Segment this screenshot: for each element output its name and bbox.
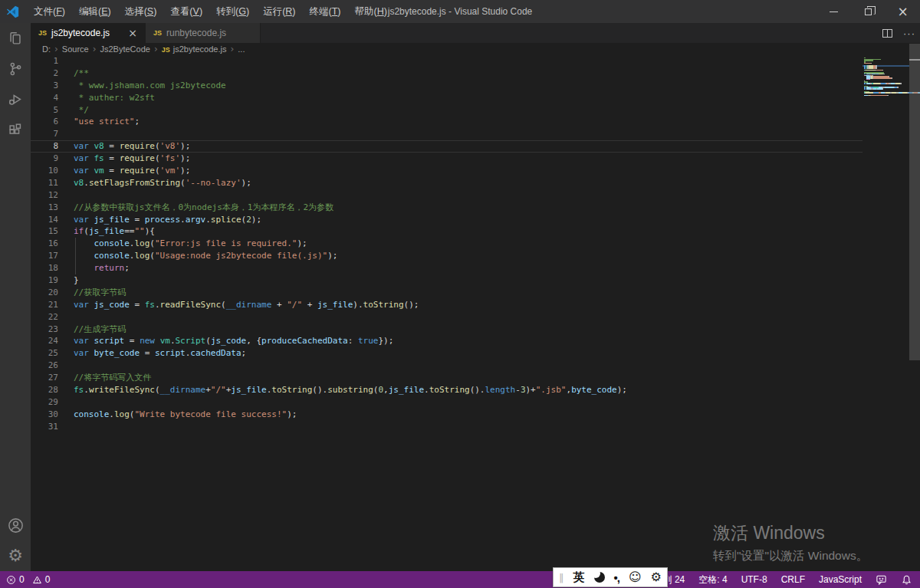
ime-punctuation-button[interactable]: •, [614, 571, 619, 584]
code-line[interactable]: 11v8.setFlagsFromString('--no-lazy'); [31, 177, 863, 189]
line-number[interactable]: 25 [31, 347, 69, 360]
tab-js2bytecode[interactable]: JSjs2bytecode.js× [31, 23, 146, 43]
line-number[interactable]: 31 [31, 421, 69, 433]
editor-scrollbar[interactable] [909, 44, 920, 360]
line-number[interactable]: 18 [31, 262, 69, 274]
notifications-bell-icon[interactable] [901, 574, 912, 586]
problems-status[interactable]: 0 0 [6, 574, 50, 585]
code-line[interactable]: 28fs.writeFileSync(__dirname+"/"+js_file… [31, 384, 863, 396]
code-line[interactable]: 19} [31, 274, 863, 287]
minimap[interactable] [863, 56, 909, 97]
line-number[interactable]: 7 [31, 128, 69, 140]
code-line[interactable]: 7 [31, 128, 863, 140]
menu-go[interactable]: 转到(G) [209, 0, 256, 23]
line-number[interactable]: 24 [31, 335, 69, 347]
line-number[interactable]: 29 [31, 396, 69, 409]
code-line[interactable]: 30console.log("Write bytecode file succe… [31, 409, 863, 421]
line-number[interactable]: 16 [31, 238, 69, 250]
restore-button[interactable] [851, 0, 886, 23]
line-number[interactable]: 20 [31, 287, 69, 299]
line-number[interactable]: 5 [31, 104, 69, 117]
code-line[interactable]: 22 [31, 311, 863, 324]
ime-drag-handle-icon[interactable]: ‖ [559, 572, 564, 583]
breadcrumb-item[interactable]: Js2ByteCode [98, 44, 151, 54]
menu-run[interactable]: 运行(R) [256, 0, 302, 23]
line-number[interactable]: 12 [31, 189, 69, 202]
code-line[interactable]: 20//获取字节码 [31, 287, 863, 299]
feedback-icon[interactable] [876, 574, 887, 586]
code-line[interactable]: 16 console.log("Error:js file is require… [31, 238, 863, 250]
code-line[interactable]: 24var script = new vm.Script(js_code, {p… [31, 335, 863, 347]
line-number[interactable]: 14 [31, 214, 69, 226]
code-line[interactable]: 9var fs = require('fs'); [31, 153, 863, 165]
menu-edit[interactable]: 编辑(E) [72, 0, 118, 23]
code-line[interactable]: 15if(js_file==""){ [31, 225, 863, 238]
explorer-icon[interactable] [0, 23, 31, 54]
line-number[interactable]: 22 [31, 311, 69, 324]
code-line[interactable]: 2/** [31, 67, 863, 80]
code-line[interactable]: 13//从参数中获取js文件名，0为nodejs本身，1为本程序名，2为参数 [31, 202, 863, 214]
code-line[interactable]: 3 * www.jshaman.com js2bytecode [31, 80, 863, 92]
code-line[interactable]: 31 [31, 421, 863, 433]
line-number[interactable]: 17 [31, 250, 69, 262]
run-debug-icon[interactable] [0, 84, 31, 115]
code-line[interactable]: 27//将字节码写入文件 [31, 372, 863, 384]
code-line[interactable]: 14var js_file = process.argv.splice(2); [31, 214, 863, 226]
line-number[interactable]: 2 [31, 67, 69, 80]
code-line[interactable]: 21var js_code = fs.readFileSync(__dirnam… [31, 299, 863, 311]
menu-help[interactable]: 帮助(H) [347, 0, 393, 23]
code-line[interactable]: 26 [31, 360, 863, 372]
more-actions-icon[interactable]: ··· [903, 28, 915, 38]
tab-close-icon[interactable]: × [119, 27, 137, 39]
minimize-button[interactable] [816, 0, 851, 23]
code-line[interactable]: 29 [31, 396, 863, 409]
line-number[interactable]: 13 [31, 202, 69, 214]
ime-fullwidth-moon-icon[interactable] [594, 572, 605, 583]
code-line[interactable]: 8var v8 = require('v8'); [31, 140, 863, 153]
code-line[interactable]: 25var byte_code = script.cachedData; [31, 347, 863, 360]
close-button[interactable]: × [886, 0, 920, 23]
breadcrumb-item[interactable]: D: [41, 44, 52, 54]
line-number[interactable]: 30 [31, 409, 69, 421]
line-number[interactable]: 3 [31, 80, 69, 92]
line-number[interactable]: 27 [31, 372, 69, 384]
code-line[interactable]: 10var vm = require('vm'); [31, 165, 863, 177]
line-number[interactable]: 19 [31, 274, 69, 287]
breadcrumb-item[interactable]: ... [236, 44, 246, 54]
source-control-icon[interactable] [0, 54, 31, 84]
line-number[interactable]: 28 [31, 384, 69, 396]
line-number[interactable]: 6 [31, 116, 69, 128]
code-line[interactable]: 4 * auther: w2sft [31, 92, 863, 104]
line-number[interactable]: 21 [31, 299, 69, 311]
line-number[interactable]: 23 [31, 324, 69, 336]
code-line[interactable]: 6"use strict"; [31, 116, 863, 128]
menu-terminal[interactable]: 终端(T) [303, 0, 348, 23]
code-line[interactable]: 23//生成字节码 [31, 324, 863, 336]
indentation[interactable]: 空格: 4 [698, 573, 727, 586]
ime-language-mode-button[interactable]: 英 [573, 570, 585, 585]
line-number[interactable]: 1 [31, 55, 69, 67]
line-number[interactable]: 15 [31, 225, 69, 238]
breadcrumb-item[interactable]: Source [61, 44, 90, 54]
menu-selection[interactable]: 选择(S) [118, 0, 164, 23]
code-line[interactable]: 12 [31, 189, 863, 202]
code-editor[interactable]: 12/**3 * www.jshaman.com js2bytecode4 * … [31, 55, 920, 571]
code-line[interactable]: 18 return; [31, 262, 863, 274]
breadcrumb-item[interactable]: JSjs2bytecode.js [160, 44, 228, 54]
ime-settings-gear-icon[interactable]: ⚙ [651, 571, 662, 583]
ime-emoji-button[interactable]: ☺ [629, 571, 642, 583]
line-number[interactable]: 26 [31, 360, 69, 372]
code-line[interactable]: 5 */ [31, 104, 863, 117]
line-number[interactable]: 8 [31, 140, 69, 153]
ime-toolbar[interactable]: ‖ 英 •, ☺ ⚙ [553, 567, 668, 587]
code-line[interactable]: 17 console.log("Usage:node js2bytecode f… [31, 250, 863, 262]
line-number[interactable]: 10 [31, 165, 69, 177]
tab-runbytecode[interactable]: JSrunbytecode.js [146, 23, 261, 43]
line-number[interactable]: 4 [31, 92, 69, 104]
extensions-icon[interactable] [0, 115, 31, 146]
language-mode[interactable]: JavaScript [819, 574, 862, 585]
split-editor-icon[interactable] [882, 29, 892, 38]
line-number[interactable]: 11 [31, 177, 69, 189]
eol-sequence[interactable]: CRLF [781, 574, 805, 585]
line-number[interactable]: 9 [31, 153, 69, 165]
